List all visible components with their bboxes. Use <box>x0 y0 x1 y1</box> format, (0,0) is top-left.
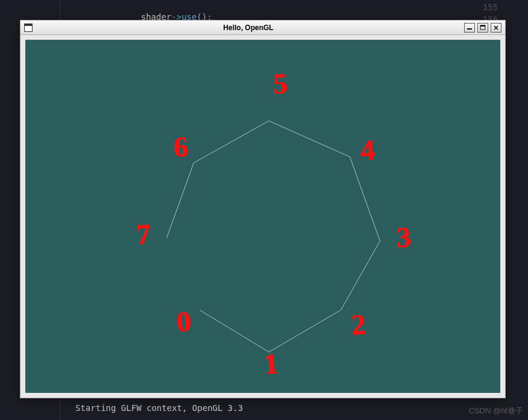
vertex-annotation-4: 4 <box>359 133 376 166</box>
vertex-annotation-1: 1 <box>263 346 279 380</box>
window-controls <box>464 23 505 33</box>
polygon-render <box>25 40 500 393</box>
vertex-annotation-7: 7 <box>135 217 151 251</box>
maximize-icon <box>480 25 486 31</box>
window-title: Hello, OpenGL <box>33 24 464 32</box>
vertex-annotation-6: 6 <box>172 130 189 163</box>
opengl-canvas: 5 4 3 2 1 0 7 6 <box>25 40 500 393</box>
maximize-button[interactable] <box>477 23 488 33</box>
line-number: 155 <box>483 2 498 12</box>
watermark-text: CSDN @ht巷子 <box>469 406 524 416</box>
polygon-outline <box>167 121 380 353</box>
minimize-icon <box>467 25 473 30</box>
opengl-window: Hello, OpenGL 5 4 3 2 1 0 7 6 <box>20 20 506 398</box>
vertex-annotation-0: 0 <box>175 304 192 338</box>
console-output: Starting GLFW context, OpenGL 3.3 <box>75 403 243 413</box>
minimize-button[interactable] <box>464 23 475 33</box>
close-button[interactable] <box>491 23 501 33</box>
vertex-annotation-5: 5 <box>272 66 288 100</box>
vertex-annotation-2: 2 <box>350 307 366 341</box>
vertex-annotation-3: 3 <box>395 220 412 254</box>
window-icon <box>24 24 33 32</box>
window-titlebar[interactable]: Hello, OpenGL <box>20 20 505 35</box>
close-icon <box>493 25 499 31</box>
